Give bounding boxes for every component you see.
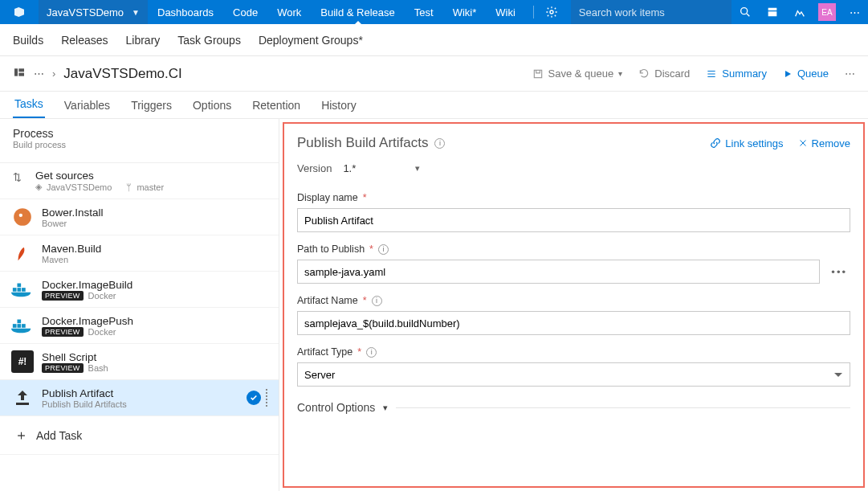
more-icon[interactable]: ⋯ [841, 0, 868, 24]
detail-title: Publish Build Artifacts [297, 135, 428, 151]
vsts-logo[interactable] [0, 0, 39, 24]
settings-gear-icon[interactable] [537, 6, 566, 18]
top-nav: Dashboards Code Work Build & Release Tes… [148, 0, 525, 24]
svg-rect-5 [534, 70, 541, 77]
nav-divider [533, 6, 534, 18]
subnav-taskgroups[interactable]: Task Groups [177, 34, 241, 47]
search-icon[interactable] [731, 0, 759, 24]
get-sources-row[interactable]: ⇅ Get sources ◈ JavaVSTSDemo ᛘ master [0, 163, 279, 199]
task-name: Bower.Install [42, 207, 104, 219]
repo-icon: ◈ [35, 182, 42, 192]
task-valid-icon [247, 391, 261, 405]
marketplace-icon[interactable] [759, 0, 786, 24]
task-name: Docker.ImageBuild [42, 279, 132, 291]
task-row[interactable]: Maven.Build Maven [0, 235, 279, 272]
docker-icon [11, 314, 34, 337]
tab-triggers[interactable]: Triggers [129, 92, 173, 118]
tab-variables[interactable]: Variables [63, 92, 112, 118]
project-name: JavaVSTSDemo [47, 6, 124, 18]
task-name: Docker.ImagePush [42, 315, 133, 327]
nav-test[interactable]: Test [405, 0, 443, 24]
svg-rect-9 [17, 288, 21, 292]
info-icon[interactable]: i [366, 347, 377, 358]
user-avatar[interactable]: EA [813, 0, 841, 24]
tab-options[interactable]: Options [191, 92, 233, 118]
browse-button[interactable]: ••• [828, 266, 850, 278]
publish-artifact-icon [11, 387, 34, 409]
info-icon[interactable]: i [378, 244, 389, 255]
field-path-to-publish: Path to Publish*i ••• [297, 243, 850, 284]
nav-wiki[interactable]: Wiki [486, 0, 525, 24]
remove-button[interactable]: Remove [798, 137, 850, 149]
add-task-button[interactable]: ＋ Add Task [0, 416, 279, 455]
search-input[interactable] [579, 6, 723, 18]
chevron-down-icon[interactable]: ▾ [415, 163, 420, 174]
version-label: Version [297, 162, 332, 174]
field-display-name: Display name* [297, 192, 850, 232]
subnav-releases[interactable]: Releases [61, 34, 108, 47]
project-picker[interactable]: JavaVSTSDemo ▼ [39, 0, 148, 24]
info-icon[interactable]: i [372, 296, 382, 306]
discard-button[interactable]: Discard [638, 68, 690, 80]
nav-dashboards[interactable]: Dashboards [148, 0, 223, 24]
control-options-toggle[interactable]: Control Options ▾ [297, 401, 850, 414]
process-header[interactable]: Process Build process [0, 127, 279, 154]
editor-tabs: Tasks Variables Triggers Options Retenti… [0, 92, 868, 119]
bower-icon [11, 206, 34, 228]
info-icon[interactable]: i [434, 138, 445, 149]
get-sources-icon: ⇅ [11, 171, 22, 183]
field-artifact-type: Artifact Type*i Server [297, 346, 850, 387]
task-meta: Bower [42, 219, 67, 228]
nav-code[interactable]: Code [223, 0, 267, 24]
task-row[interactable]: Docker.ImagePush PREVIEWDocker [0, 308, 279, 344]
preview-badge: PREVIEW [42, 327, 84, 337]
summary-button[interactable]: Summary [706, 68, 767, 80]
path-input[interactable] [297, 260, 820, 284]
svg-rect-2 [14, 68, 18, 76]
queue-button[interactable]: Queue [783, 68, 829, 80]
link-settings-button[interactable]: Link settings [710, 137, 783, 149]
nav-work[interactable]: Work [267, 0, 311, 24]
drag-handle-icon[interactable] [266, 389, 267, 407]
svg-rect-4 [18, 73, 24, 76]
definition-title: JavaVSTSDemo.CI [63, 66, 181, 82]
task-meta: Docker [88, 291, 116, 301]
artifact-type-select[interactable]: Server [297, 362, 850, 387]
add-task-label: Add Task [36, 429, 82, 442]
task-row-selected[interactable]: Publish Artifact Publish Build Artifacts [0, 380, 279, 416]
tab-tasks[interactable]: Tasks [13, 91, 45, 118]
task-sidebar: Process Build process ⇅ Get sources ◈ Ja… [0, 119, 279, 491]
notify-icon[interactable] [786, 0, 813, 24]
preview-badge: PREVIEW [42, 291, 84, 301]
svg-rect-16 [16, 403, 29, 405]
branch-name: master [137, 182, 164, 192]
preview-badge: PREVIEW [42, 363, 84, 373]
nav-build-release[interactable]: Build & Release [311, 0, 405, 24]
svg-rect-11 [17, 284, 21, 288]
task-row[interactable]: Bower.Install Bower [0, 199, 279, 235]
display-name-input[interactable] [297, 208, 850, 232]
global-header: JavaVSTSDemo ▼ Dashboards Code Work Buil… [0, 0, 868, 24]
tab-retention[interactable]: Retention [251, 92, 302, 118]
subnav-deploymentgroups[interactable]: Deployment Groups* [259, 34, 363, 47]
divider [396, 407, 850, 408]
chevron-down-icon: ▾ [618, 69, 622, 78]
svg-rect-3 [18, 68, 24, 72]
breadcrumb-more-icon[interactable]: ⋯ [34, 68, 44, 80]
subnav-builds[interactable]: Builds [13, 34, 43, 47]
artifact-name-input[interactable] [297, 311, 850, 335]
definition-type-icon [13, 66, 26, 81]
task-row[interactable]: Docker.ImageBuild PREVIEWDocker [0, 272, 279, 308]
maven-icon [11, 242, 34, 264]
search-box[interactable] [571, 0, 731, 24]
task-row[interactable]: #! Shell Script PREVIEWBash [0, 344, 279, 380]
repo-name: JavaVSTSDemo [47, 182, 112, 192]
hub-subnav: Builds Releases Library Task Groups Depl… [0, 24, 868, 56]
save-queue-button[interactable]: Save & queue ▾ [532, 68, 623, 80]
task-meta: Docker [88, 327, 116, 337]
toolbar-more-icon[interactable]: ⋯ [845, 68, 855, 80]
subnav-library[interactable]: Library [126, 34, 161, 47]
task-meta: Publish Build Artifacts [42, 399, 127, 409]
tab-history[interactable]: History [320, 92, 358, 118]
nav-wiki-star[interactable]: Wiki* [443, 0, 487, 24]
